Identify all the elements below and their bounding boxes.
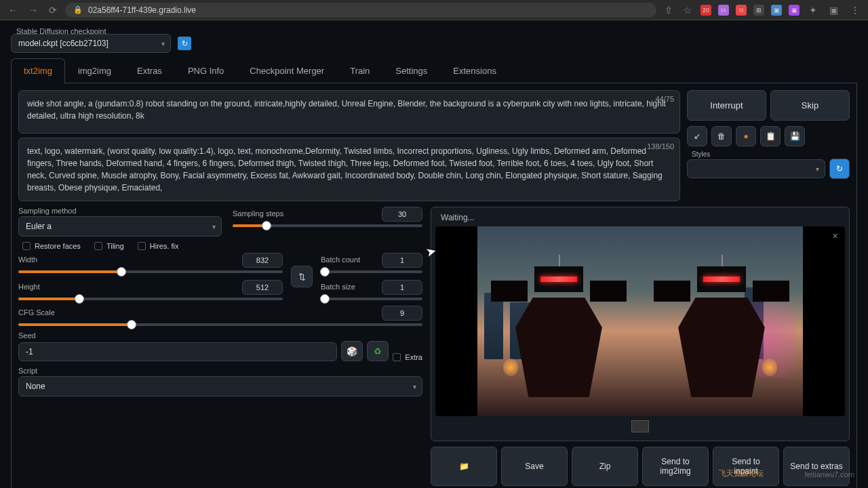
menu-icon[interactable]: ⋮	[848, 3, 863, 17]
prompt-token-count: 44/75	[655, 94, 674, 105]
cfg-label: CFG Scale	[18, 308, 55, 317]
styles-select[interactable]: Styles ▾	[687, 159, 825, 178]
main-tabs: txt2img img2img Extras PNG Info Checkpoi…	[11, 58, 857, 83]
ext-icon-1[interactable]: 20	[701, 5, 711, 16]
ext-icon-3[interactable]: N	[736, 5, 747, 16]
width-value[interactable]: 832	[242, 253, 283, 268]
prompt-input[interactable]: 44/75 wide shot angle, a (gundam:0.8) ro…	[18, 90, 680, 134]
close-icon[interactable]: ✕	[832, 232, 838, 241]
height-slider[interactable]	[18, 298, 283, 300]
tab-train[interactable]: Train	[337, 58, 382, 83]
swap-dimensions-button[interactable]: ⇅	[291, 266, 313, 287]
extra-seed-checkbox[interactable]: Extra	[393, 353, 422, 361]
watermark-2: 飞天资源论坛	[719, 468, 764, 479]
ext-icon-4[interactable]: ⊞	[753, 5, 764, 16]
zip-button[interactable]: Zip	[572, 447, 638, 486]
seed-input[interactable]: -1	[18, 342, 337, 361]
output-panel: Waiting... ✕	[431, 207, 850, 441]
chevron-down-icon: ▾	[816, 165, 819, 173]
share-icon[interactable]: ⇧	[662, 3, 675, 17]
send-to-inpaint-button[interactable]: Send to inpaint	[713, 447, 779, 486]
generated-image[interactable]: ✕	[435, 226, 845, 416]
tab-img2img[interactable]: img2img	[65, 58, 124, 83]
script-select[interactable]: None ▾	[18, 376, 422, 396]
refresh-styles-button[interactable]: ↻	[829, 159, 850, 179]
save-style-button[interactable]: 💾	[785, 126, 805, 146]
script-label: Script	[18, 367, 422, 375]
reuse-seed-button[interactable]: ♻	[367, 341, 389, 361]
height-label: Height	[18, 283, 40, 291]
sampling-steps-slider[interactable]	[233, 224, 422, 227]
skip-button[interactable]: Skip	[770, 90, 850, 121]
restore-faces-checkbox[interactable]: Restore faces	[22, 242, 81, 250]
width-slider[interactable]	[18, 270, 283, 273]
star-icon[interactable]: ☆	[681, 3, 695, 17]
tab-settings[interactable]: Settings	[382, 58, 440, 83]
height-value[interactable]: 512	[242, 280, 283, 295]
back-button[interactable]: ←	[5, 3, 20, 17]
batch-count-value[interactable]: 1	[382, 253, 422, 268]
cfg-value[interactable]: 9	[382, 306, 422, 321]
url-bar[interactable]: 🔒 02a56ff4-71ff-439e.gradio.live	[65, 3, 656, 18]
sampling-steps-label: Sampling steps	[233, 209, 283, 218]
interrupt-button[interactable]: Interrupt	[687, 90, 766, 121]
panel-icon[interactable]: ▣	[827, 3, 841, 17]
batch-size-slider[interactable]	[321, 298, 422, 300]
url-text: 02a56ff4-71ff-439e.gradio.live	[88, 5, 196, 15]
cfg-slider[interactable]	[18, 323, 422, 326]
ext-icon-5[interactable]: ▣	[771, 5, 782, 16]
sampling-method-select[interactable]: Euler a ▾	[18, 216, 222, 237]
negative-prompt-input[interactable]: 138/150 text, logo, watermark, (worst qu…	[18, 138, 680, 201]
arrow-button[interactable]: ↙	[687, 126, 707, 146]
chevron-down-icon: ▾	[161, 40, 165, 47]
watermark-1: feitianwu7.com	[805, 470, 854, 479]
tiling-checkbox[interactable]: Tiling	[94, 242, 124, 250]
batch-count-label: Batch count	[321, 256, 360, 264]
send-to-img2img-button[interactable]: Send to img2img	[642, 447, 709, 486]
lock-icon: 🔒	[73, 5, 83, 14]
tab-extras[interactable]: Extras	[124, 58, 175, 83]
ext-icon-2[interactable]: IA	[718, 5, 729, 16]
send-to-extras-button[interactable]: Send to extras	[783, 447, 850, 486]
style-dot-button[interactable]: ●	[736, 126, 756, 146]
batch-count-slider[interactable]	[321, 270, 422, 273]
chevron-down-icon: ▾	[212, 223, 216, 230]
extensions-icon[interactable]: ✦	[806, 3, 820, 17]
reload-button[interactable]: ⟳	[46, 3, 60, 17]
ext-icon-6[interactable]: ▣	[789, 5, 800, 16]
clipboard-button[interactable]: 📋	[760, 126, 781, 146]
thumbnail[interactable]	[631, 420, 649, 432]
batch-size-value[interactable]: 1	[382, 280, 422, 295]
trash-button[interactable]: 🗑	[711, 126, 732, 146]
tab-pnginfo[interactable]: PNG Info	[175, 58, 237, 83]
checkpoint-select[interactable]: model.ckpt [cc6cb27103] ▾	[11, 34, 171, 53]
tab-checkpoint-merger[interactable]: Checkpoint Merger	[237, 58, 337, 83]
sampling-steps-value[interactable]: 30	[382, 207, 422, 222]
hires-fix-checkbox[interactable]: Hires. fix	[138, 242, 179, 250]
seed-label: Seed	[18, 331, 422, 340]
forward-button[interactable]: →	[26, 3, 41, 17]
tab-extensions[interactable]: Extensions	[440, 58, 509, 83]
open-folder-button[interactable]: 📁	[431, 447, 497, 486]
chevron-down-icon: ▾	[413, 383, 416, 390]
sampling-method-label: Sampling method	[18, 207, 222, 215]
width-label: Width	[18, 256, 37, 264]
refresh-checkpoint-button[interactable]: ↻	[178, 37, 191, 50]
save-button[interactable]: Save	[501, 447, 568, 486]
batch-size-label: Batch size	[321, 283, 355, 291]
tab-txt2img[interactable]: txt2img	[11, 58, 65, 83]
random-seed-button[interactable]: 🎲	[341, 341, 363, 361]
neg-prompt-token-count: 138/150	[647, 141, 674, 152]
status-text: Waiting...	[435, 211, 845, 226]
